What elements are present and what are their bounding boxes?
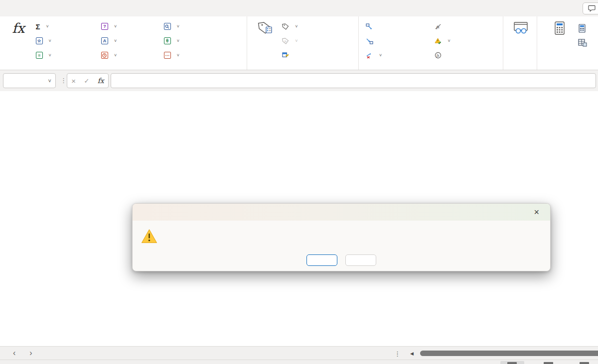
calculate-sheet-icon[interactable] [578, 39, 587, 47]
define-name-button[interactable]: ˅ [282, 21, 351, 32]
chevron-down-icon: ˅ [46, 24, 49, 29]
status-bar [0, 360, 598, 364]
recently-used-button[interactable]: ☆ ˅ [36, 35, 94, 46]
formula-bar: ˅ ⋮ × ✓ fx [0, 70, 598, 91]
financial-button[interactable]: ≡ ˅ [36, 50, 94, 61]
chevron-down-icon: ˅ [114, 53, 117, 58]
ribbon: fx Σ ˅ ☆ ˅ ≡ ˅ ? ˅ [0, 16, 598, 70]
horizontal-scrollbar[interactable] [420, 351, 598, 356]
cancel-icon[interactable]: × [71, 77, 76, 85]
ok-button[interactable] [306, 254, 337, 266]
help-button[interactable] [345, 254, 376, 266]
chevron-down-icon: ˅ [448, 38, 450, 43]
svg-text:fx: fx [437, 53, 440, 58]
dialog-buttons [133, 254, 550, 266]
comment-icon [588, 5, 596, 12]
chevron-down-icon: ˅ [295, 38, 298, 43]
menu-bar [0, 0, 598, 16]
create-from-selection-button[interactable] [282, 50, 351, 61]
circular-reference-dialog: × [132, 203, 551, 271]
logical-button[interactable]: ? ˅ [101, 21, 157, 32]
ribbon-group-defined-names: ˅ fx ˅ [247, 16, 359, 70]
text-icon: A [101, 37, 108, 44]
evaluate-formula-icon: fx [435, 52, 442, 59]
sheet-tab-bar: ‹ › ⋮ ◀ [0, 346, 598, 360]
chevron-down-icon: ˅ [177, 53, 179, 58]
calculate-now-icon[interactable] [578, 24, 586, 33]
autosum-icon: Σ [36, 22, 40, 31]
ribbon-group-calculation [537, 16, 598, 70]
clock-icon [101, 52, 108, 59]
autosum-button[interactable]: Σ ˅ [36, 21, 94, 32]
trace-dependents-icon [366, 38, 373, 44]
chevron-down-icon: ˅ [114, 24, 117, 29]
lookup-reference-button[interactable]: ˅ [164, 21, 240, 32]
remove-arrows-button[interactable]: ˅ [366, 50, 428, 61]
more-functions-button[interactable]: ⋯ ˅ [164, 50, 240, 61]
svg-text:fx: fx [285, 40, 287, 43]
logical-icon: ? [101, 23, 108, 30]
view-normal-icon[interactable] [507, 362, 517, 364]
chevron-down-icon: ˅ [379, 53, 382, 58]
name-box[interactable]: ˅ [3, 73, 56, 88]
tag-icon [282, 23, 289, 30]
formula-bar-handle[interactable]: ⋮ [60, 77, 67, 84]
chevron-down-icon: ˅ [49, 53, 51, 58]
watch-window-button[interactable] [507, 20, 534, 38]
insert-function-button[interactable]: fx [4, 20, 33, 38]
calculator-icon [553, 21, 566, 35]
recently-used-icon: ☆ [36, 37, 43, 44]
use-in-formula-button: fx ˅ [282, 35, 351, 46]
dialog-body [133, 221, 550, 228]
trace-dependents-button[interactable] [366, 35, 428, 46]
chevron-down-icon: ˅ [49, 38, 51, 43]
ellipsis-icon: ⋯ [164, 52, 171, 59]
remove-arrows-icon [366, 52, 373, 59]
chevron-down-icon: ˅ [177, 24, 179, 29]
theta-icon: θ [164, 37, 171, 44]
svg-text:fx: fx [437, 25, 440, 29]
show-formulas-button[interactable]: fx [435, 21, 496, 32]
close-icon[interactable]: × [531, 207, 542, 218]
ribbon-group-formula-auditing: ˅ fx ˅ fx [359, 16, 503, 70]
enter-icon[interactable]: ✓ [84, 77, 89, 85]
name-manager-icon [258, 21, 273, 35]
comments-button[interactable] [583, 2, 598, 14]
formula-input[interactable] [111, 73, 596, 88]
evaluate-formula-button[interactable]: fx [435, 50, 496, 61]
grid-pencil-icon [282, 52, 289, 59]
calculation-options-button[interactable] [541, 20, 578, 38]
text-button[interactable]: A ˅ [101, 35, 157, 46]
view-page-layout-icon[interactable] [544, 362, 553, 364]
date-time-button[interactable]: ˅ [101, 50, 157, 61]
formula-bar-buttons: × ✓ fx [67, 73, 109, 88]
warning-check-icon [435, 38, 442, 44]
ribbon-group-function-library: fx Σ ˅ ☆ ˅ ≡ ˅ ? ˅ [0, 16, 247, 70]
trace-precedents-icon [366, 23, 373, 30]
insert-function-icon: fx [12, 21, 24, 35]
warning-icon [141, 228, 157, 244]
dialog-title-bar[interactable]: × [133, 204, 550, 221]
error-checking-button[interactable]: ˅ [435, 35, 496, 46]
show-formulas-icon: fx [435, 23, 442, 30]
hscroll-left-icon[interactable]: ◀ [410, 351, 414, 356]
tag-fx-icon: fx [282, 38, 289, 44]
ribbon-group-watch-window [503, 16, 537, 70]
chevron-down-icon: ˅ [177, 38, 179, 43]
sheet-nav-left-icon[interactable]: ‹ [6, 349, 22, 357]
financial-icon: ≡ [36, 52, 43, 59]
watch-window-icon [513, 21, 529, 35]
chevron-down-icon: ˅ [295, 24, 298, 29]
name-manager-button[interactable] [251, 20, 279, 38]
maths-trig-button[interactable]: θ ˅ [164, 35, 240, 46]
insert-function-fx-icon[interactable]: fx [98, 77, 104, 85]
tab-bar-options-icon[interactable]: ⋮ [394, 350, 401, 358]
chevron-down-icon: ˅ [114, 38, 117, 43]
magnifier-icon [164, 23, 171, 30]
view-page-break-icon[interactable] [580, 362, 589, 364]
trace-precedents-button[interactable] [366, 21, 428, 32]
chevron-down-icon: ˅ [48, 78, 51, 84]
sheet-nav-right-icon[interactable]: › [22, 349, 39, 357]
